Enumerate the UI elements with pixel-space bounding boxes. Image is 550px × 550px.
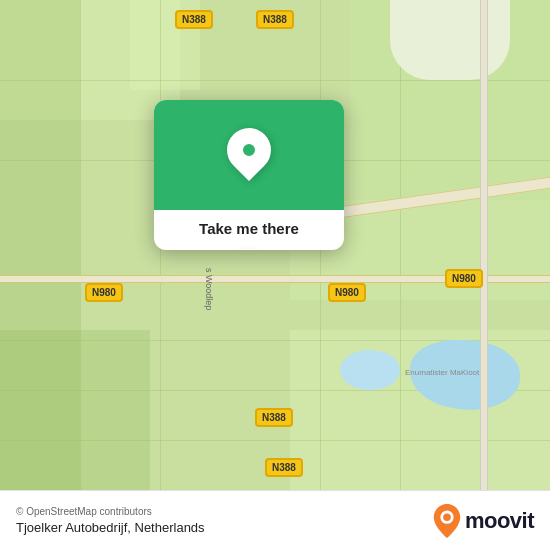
bottom-bar: © OpenStreetMap contributors Tjoelker Au… bbox=[0, 490, 550, 550]
road-badge-n388-1: N388 bbox=[175, 10, 213, 29]
take-me-there-button[interactable]: Take me there bbox=[199, 220, 299, 237]
svg-point-1 bbox=[443, 513, 451, 521]
popup-arrow bbox=[237, 249, 261, 250]
pin-shape bbox=[218, 119, 280, 181]
map-light-patch bbox=[390, 0, 510, 80]
copyright-text: © OpenStreetMap contributors bbox=[16, 506, 205, 517]
moovit-pin-icon bbox=[433, 504, 461, 538]
road-badge-n388-4: N388 bbox=[265, 458, 303, 477]
bottom-left-info: © OpenStreetMap contributors Tjoelker Au… bbox=[16, 506, 205, 535]
road-badge-n980-3: N980 bbox=[445, 269, 483, 288]
map-label-enumatister: Enumatister MaKloot bbox=[405, 368, 479, 377]
road-badge-n388-2: N388 bbox=[256, 10, 294, 29]
moovit-logo: moovit bbox=[433, 504, 534, 538]
map-label-woodlep: s Woodlep bbox=[204, 268, 214, 310]
popup-card: Take me there bbox=[154, 100, 344, 250]
map-container: N980 N980 N980 N388 N388 N388 N388 s Woo… bbox=[0, 0, 550, 490]
road-badge-n980-2: N980 bbox=[85, 283, 123, 302]
popup-green-area bbox=[154, 100, 344, 210]
road-badge-n388-3: N388 bbox=[255, 408, 293, 427]
location-pin bbox=[227, 128, 271, 182]
road-right-v bbox=[480, 0, 488, 490]
pin-inner-dot bbox=[240, 141, 258, 159]
location-name: Tjoelker Autobedrijf, Netherlands bbox=[16, 520, 205, 535]
road-badge-n980-1: N980 bbox=[328, 283, 366, 302]
popup-button-area[interactable]: Take me there bbox=[154, 210, 344, 250]
moovit-brand-text: moovit bbox=[465, 508, 534, 534]
map-water-2 bbox=[340, 350, 400, 390]
